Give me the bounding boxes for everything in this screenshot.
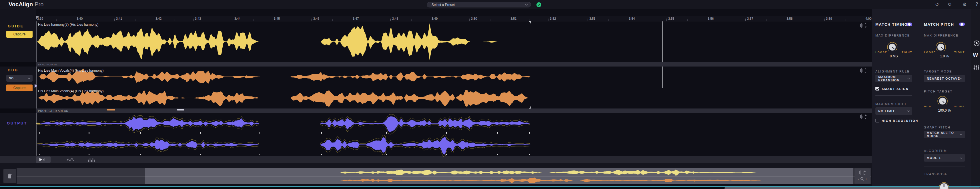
app-title: VocAlign	[9, 1, 33, 8]
ruler-time-label: 3:44	[234, 17, 240, 20]
output-segment-marker	[140, 132, 141, 133]
smart-align-row[interactable]: SMART ALIGN	[875, 87, 909, 91]
output-vertical-zoom-icon[interactable]	[860, 114, 867, 121]
preset-selector[interactable]: Select a Preset	[427, 2, 531, 8]
history-clock-icon[interactable]	[973, 40, 980, 47]
dub-region-end-line[interactable]	[531, 67, 531, 108]
warp-w-icon[interactable]: W	[973, 52, 978, 58]
redo-button[interactable]: ↻	[948, 2, 951, 7]
ruler-minor-tick	[490, 19, 490, 21]
output-segment-marker	[529, 154, 530, 155]
output-segment-marker	[386, 154, 387, 155]
smart-align-checkbox[interactable]	[875, 87, 879, 91]
dub-track-label: DUB	[8, 68, 18, 72]
match-timing-toggle[interactable]	[907, 22, 912, 26]
ruler-tick	[667, 19, 667, 21]
ruler-tick	[390, 19, 391, 21]
apply-check-badge[interactable]	[536, 2, 541, 7]
dub-vertical-zoom-icon[interactable]	[860, 68, 867, 74]
chevron-down-icon	[960, 156, 962, 159]
ruler-minor-tick	[135, 19, 135, 21]
alignment-rule-dropdown[interactable]: MAXIMUM EXPANSION	[875, 75, 912, 82]
smart-align-label: SMART ALIGN	[882, 87, 909, 91]
match-pitch-toggle[interactable]	[959, 22, 965, 26]
timeline-area[interactable]	[36, 9, 872, 156]
protected-area-marker[interactable]	[177, 109, 184, 111]
guide-region-end-line[interactable]	[531, 21, 531, 62]
undo-button[interactable]: ↺	[935, 2, 939, 7]
play-button[interactable]	[36, 156, 51, 163]
help-button[interactable]: ?	[975, 2, 978, 7]
maximum-shift-dropdown[interactable]: NO LIMIT	[875, 107, 912, 115]
waveform-view-button[interactable]	[88, 157, 96, 163]
overview-vertical-zoom-icon[interactable]	[859, 170, 866, 175]
dub-source-value: NO...	[9, 77, 17, 80]
playhead-cursor[interactable]	[662, 21, 663, 62]
ruler-time-label: 3:57	[747, 17, 753, 20]
ruler-minor-tick	[727, 19, 727, 21]
pitch-target-dub-label: DUB	[924, 105, 931, 108]
transpose-knob[interactable]	[938, 181, 950, 189]
ruler-tick	[193, 19, 194, 21]
sync-point-marker[interactable]	[35, 84, 37, 88]
ruler-tick	[627, 19, 627, 21]
pitch-max-difference-label: MAX DIFFERENCE	[924, 34, 959, 37]
header-gap	[0, 108, 36, 113]
ruler-time-label: 3:42	[156, 17, 161, 20]
output-segment-marker	[259, 154, 259, 155]
region-end-bracket	[529, 106, 531, 108]
sync-points-strip[interactable]	[36, 62, 872, 67]
ruler-tick	[864, 19, 864, 21]
guide-vertical-zoom-icon[interactable]	[860, 23, 867, 29]
chevron-down-icon	[960, 77, 962, 79]
right-panel: MATCH TIMING MAX DIFFERENCE LOOSE TIGHT …	[872, 9, 971, 186]
output-segment-marker	[321, 154, 322, 155]
settings-gear-button[interactable]: ⚙	[963, 2, 967, 7]
ruler-time-label: 3:50	[471, 17, 477, 20]
pitch-target-guide-label: GUIDE	[954, 105, 965, 108]
time-ruler[interactable]: 3:393:403:413:423:433:443:453:463:473:48…	[36, 16, 872, 21]
trash-button[interactable]	[3, 169, 16, 183]
algorithm-dropdown[interactable]: MODE 1	[924, 154, 965, 162]
algorithm-label: ALGORITHM	[924, 149, 947, 152]
overview-scroller[interactable]: - +	[17, 168, 871, 184]
pitch-target-value: 100.0 %	[924, 108, 965, 113]
smart-pitch-dropdown[interactable]: MATCH ALL TO GUIDE	[924, 131, 965, 138]
pitch-curve-view-button[interactable]	[66, 157, 75, 163]
protected-areas-label: PROTECTED AREAS	[38, 110, 68, 113]
output-segment-marker	[529, 132, 530, 133]
protected-area-marker[interactable]	[107, 109, 115, 111]
ruler-time-label: 3:55	[668, 17, 674, 20]
app-title-suffix: Pro	[35, 1, 43, 8]
protected-areas-strip[interactable]	[36, 108, 872, 113]
zoom-in-button[interactable]: +	[865, 177, 867, 181]
high-resolution-checkbox[interactable]	[875, 119, 879, 122]
zoom-out-button[interactable]: -	[858, 177, 859, 181]
vocalign-window: VocAlignPro Select a Preset ↺ ↻ ⚙ ? GUID…	[0, 0, 980, 189]
playhead-cursor[interactable]	[662, 67, 663, 87]
pitch-max-difference-value: 1.0 %	[924, 54, 965, 58]
dub-capture-button[interactable]: Capture	[6, 84, 33, 91]
maximum-shift-label: MAXIMUM SHIFT	[875, 102, 907, 106]
dub-source-dropdown[interactable]: NO...	[6, 75, 33, 82]
high-resolution-row[interactable]: HIGH RESOLUTION	[875, 119, 918, 122]
ruler-minor-tick	[56, 19, 57, 21]
match-pitch-title: MATCH PITCH	[924, 22, 954, 27]
target-mode-dropdown[interactable]: NEAREST OCTAVE	[924, 75, 965, 82]
divider	[924, 64, 965, 64]
target-mode-value: NEAREST OCTAVE	[927, 77, 960, 80]
divider	[924, 143, 965, 143]
high-resolution-label: HIGH RESOLUTION	[882, 119, 918, 122]
sliders-icon[interactable]	[973, 65, 979, 71]
ruler-time-label: 3:51	[511, 17, 516, 20]
output-segment-marker	[89, 132, 89, 133]
ruler-time-label: 3:54	[629, 17, 635, 20]
top-bar: VocAlignPro Select a Preset ↺ ↻ ⚙ ?	[0, 0, 980, 9]
match-timing-title: MATCH TIMING	[875, 22, 908, 27]
output-segment-marker	[386, 132, 387, 133]
magnifier-icon	[860, 177, 864, 181]
chevron-down-icon	[28, 76, 30, 79]
ruler-tick	[154, 19, 154, 21]
timing-max-difference-label: MAX DIFFERENCE	[875, 34, 910, 37]
guide-capture-button[interactable]: Capture	[6, 31, 33, 38]
